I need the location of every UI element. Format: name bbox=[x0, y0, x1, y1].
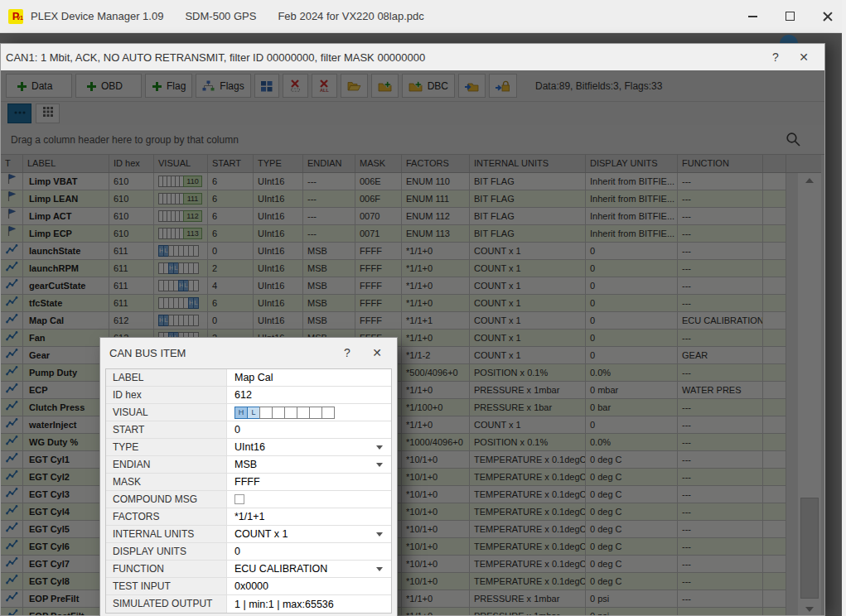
app-logo-icon: Pv1 bbox=[8, 9, 23, 24]
dialog-close-button[interactable]: ✕ bbox=[362, 343, 392, 363]
field-label: VISUAL bbox=[106, 404, 227, 421]
bit-cell bbox=[284, 407, 297, 419]
field-label: START bbox=[106, 421, 227, 438]
field-value-text: *1/1+1 bbox=[234, 508, 265, 525]
field-value-text: 612 bbox=[234, 387, 252, 403]
dialog-field-function: FUNCTIONECU CALIBRATION bbox=[106, 561, 391, 578]
close-icon: ✕ bbox=[799, 51, 809, 64]
minimize-button[interactable] bbox=[734, 2, 771, 31]
app-window: Pv1 PLEX Device Manager 1.09 SDM-500 GPS… bbox=[0, 0, 846, 616]
field-value-function[interactable]: ECU CALIBRATION bbox=[227, 561, 391, 577]
field-label: ID hex bbox=[106, 387, 227, 403]
chevron-down-icon[interactable] bbox=[376, 445, 383, 450]
field-value-text: 0 bbox=[234, 421, 240, 438]
can1-help-button[interactable]: ? bbox=[761, 47, 790, 67]
field-value-text: MSB bbox=[234, 456, 257, 473]
can-bus-item-dialog: CAN BUS ITEM ? ✕ LABELMap CalID hex612VI… bbox=[99, 337, 398, 616]
field-value-compound-msg[interactable] bbox=[227, 491, 391, 508]
bit-cell bbox=[297, 407, 310, 419]
app-title: PLEX Device Manager 1.09 bbox=[31, 10, 163, 22]
dialog-field-start: START0 bbox=[106, 421, 391, 439]
dialog-fields: LABELMap CalID hex612VISUALHLSTART0TYPEU… bbox=[105, 368, 392, 614]
field-value-endian[interactable]: MSB bbox=[227, 456, 391, 473]
dialog-field-test-input: TEST INPUT0x0000 bbox=[106, 578, 391, 595]
field-label: ENDIAN bbox=[106, 456, 227, 473]
help-icon: ? bbox=[344, 346, 350, 359]
chevron-down-icon[interactable] bbox=[376, 567, 383, 571]
field-label: COMPOUND MSG bbox=[106, 491, 227, 508]
field-value-text: UInt16 bbox=[234, 439, 265, 455]
window-right-border bbox=[842, 0, 846, 616]
field-value-display-units[interactable]: 0 bbox=[227, 543, 391, 560]
dialog-field-compound-msg: COMPOUND MSG bbox=[106, 491, 391, 508]
dialog-field-mask: MASKFFFF bbox=[106, 474, 391, 491]
visual-bitmap: HL bbox=[234, 407, 334, 419]
field-value-text: COUNT x 1 bbox=[234, 526, 288, 542]
help-icon: ? bbox=[772, 51, 779, 64]
dialog-field-visual: VISUALHL bbox=[106, 404, 391, 421]
field-value-text: 1 | min:1 | max:65536 bbox=[234, 596, 334, 613]
maximize-icon bbox=[786, 12, 795, 21]
dialog-field-internal-units: INTERNAL UNITSCOUNT x 1 bbox=[106, 526, 391, 543]
dialog-field-factors: FACTORS*1/1+1 bbox=[106, 508, 391, 526]
device-name: SDM-500 GPS bbox=[185, 10, 256, 22]
field-value-text: Map Cal bbox=[234, 369, 273, 386]
field-label: FUNCTION bbox=[106, 561, 227, 577]
compound-msg-checkbox[interactable] bbox=[234, 494, 244, 504]
field-value-visual[interactable]: HL bbox=[227, 404, 391, 421]
dialog-help-button[interactable]: ? bbox=[332, 343, 362, 363]
byte-cell-high: H bbox=[234, 407, 248, 419]
field-value-label[interactable]: Map Cal bbox=[227, 369, 391, 386]
field-label: MASK bbox=[106, 474, 227, 490]
field-label: INTERNAL UNITS bbox=[106, 526, 227, 542]
mdi-background: CAN1: 1 Mbit, ACK, NO AUTO RETRANSMIT, f… bbox=[0, 33, 842, 616]
field-value-text: 0x0000 bbox=[234, 578, 268, 594]
document-name: Feb 2024 for VX220 08lap.pdc bbox=[278, 10, 423, 22]
dialog-field-type: TYPEUInt16 bbox=[106, 439, 391, 456]
can1-titlebar: CAN1: 1 Mbit, ACK, NO AUTO RETRANSMIT, f… bbox=[1, 44, 824, 70]
field-value-text: ECU CALIBRATION bbox=[234, 561, 327, 577]
bit-cell bbox=[309, 407, 322, 419]
field-value-type[interactable]: UInt16 bbox=[227, 439, 391, 455]
close-icon: ✕ bbox=[372, 346, 382, 359]
field-label: SIMULATED OUTPUT bbox=[106, 595, 227, 613]
dialog-field-id-hex: ID hex612 bbox=[106, 387, 391, 404]
field-value-mask[interactable]: FFFF bbox=[227, 474, 391, 490]
field-label: TEST INPUT bbox=[106, 578, 227, 594]
can1-title: CAN1: 1 Mbit, ACK, NO AUTO RETRANSMIT, f… bbox=[6, 51, 761, 64]
dialog-field-simulated-output: SIMULATED OUTPUT1 | min:1 | max:65536 bbox=[106, 595, 391, 613]
bit-cell bbox=[321, 407, 335, 419]
field-value-start[interactable]: 0 bbox=[227, 421, 391, 438]
close-icon bbox=[823, 12, 833, 22]
byte-cell-low: L bbox=[247, 407, 260, 419]
bit-cell bbox=[272, 407, 285, 419]
field-value-text: FFFF bbox=[234, 474, 260, 490]
dialog-field-display-units: DISPLAY UNITS0 bbox=[106, 543, 391, 561]
chevron-down-icon[interactable] bbox=[376, 463, 383, 467]
field-value-test-input[interactable]: 0x0000 bbox=[227, 578, 391, 594]
field-label: FACTORS bbox=[106, 508, 227, 525]
field-value-internal-units[interactable]: COUNT x 1 bbox=[227, 526, 391, 542]
field-value-factors[interactable]: *1/1+1 bbox=[227, 508, 391, 525]
field-value-text: 0 bbox=[234, 543, 240, 560]
chevron-down-icon[interactable] bbox=[376, 532, 383, 537]
minimize-icon bbox=[748, 16, 757, 17]
main-titlebar: Pv1 PLEX Device Manager 1.09 SDM-500 GPS… bbox=[0, 0, 846, 33]
close-button[interactable] bbox=[809, 2, 846, 31]
bit-cell bbox=[259, 407, 273, 419]
dialog-titlebar: CAN BUS ITEM ? ✕ bbox=[100, 338, 397, 368]
field-label: TYPE bbox=[106, 439, 227, 455]
maximize-button[interactable] bbox=[771, 2, 809, 31]
field-value-simulated-output[interactable]: 1 | min:1 | max:65536 bbox=[227, 595, 391, 613]
field-label: LABEL bbox=[106, 369, 227, 386]
can1-close-button[interactable]: ✕ bbox=[790, 47, 818, 67]
dialog-title: CAN BUS ITEM bbox=[109, 347, 332, 359]
field-value-id-hex[interactable]: 612 bbox=[227, 387, 391, 403]
dialog-field-label: LABELMap Cal bbox=[106, 369, 391, 387]
field-label: DISPLAY UNITS bbox=[106, 543, 227, 560]
dialog-field-endian: ENDIANMSB bbox=[106, 456, 391, 474]
